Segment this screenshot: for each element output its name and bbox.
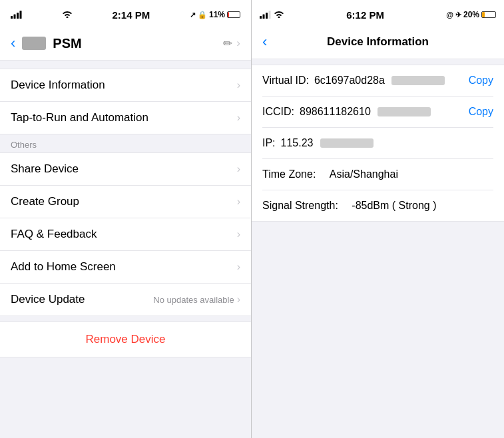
- pencil-icon[interactable]: ✏: [223, 37, 232, 51]
- others-section: Share Device › Create Group › FAQ & Feed…: [0, 152, 251, 316]
- at-icon: @: [446, 11, 453, 19]
- menu-item-share-device[interactable]: Share Device ›: [0, 153, 251, 186]
- faq-label: FAQ & Feedback: [11, 228, 97, 241]
- chevron-right-header: ›: [236, 37, 240, 51]
- virtual-id-label: Virtual ID:: [262, 75, 309, 87]
- device-info-label: Device Information: [11, 79, 105, 92]
- device-header: ‹ PSM ✏ ›: [0, 29, 251, 61]
- wifi-icon-right: [274, 10, 284, 20]
- virtual-id-value: Virtual ID: 6c1697a0d28a: [262, 75, 445, 87]
- menu-item-device-update[interactable]: Device Update No updates available ›: [0, 284, 251, 316]
- ip-value: IP: 115.23: [262, 137, 374, 149]
- panel-title: Device Information: [282, 35, 473, 49]
- svg-rect-7: [269, 11, 271, 19]
- ip-label: IP:: [262, 137, 276, 149]
- virtual-id-text: 6c1697a0d28a: [314, 75, 385, 87]
- arrow-left: ↗: [190, 11, 196, 19]
- battery-pct-right: 20%: [463, 10, 479, 19]
- signal-label: Signal Strength:: [262, 200, 338, 212]
- battery-fill-right: [482, 12, 485, 17]
- device-name-label: PSM: [53, 36, 81, 51]
- info-row-ip: IP: 115.23: [262, 128, 493, 159]
- battery-icon-left: [227, 11, 240, 18]
- menu-item-add-home[interactable]: Add to Home Screen ›: [0, 251, 251, 284]
- iccid-copy-button[interactable]: Copy: [469, 106, 493, 118]
- menu-item-device-info[interactable]: Device Information ›: [0, 69, 251, 102]
- chevron-add-home: ›: [237, 261, 240, 273]
- menu-item-faq[interactable]: FAQ & Feedback ›: [0, 218, 251, 251]
- signal-value: Signal Strength: -85dBm ( Strong ): [262, 200, 436, 212]
- chevron-tap-run: ›: [237, 112, 240, 124]
- battery-pct-left: 11%: [209, 10, 225, 19]
- signal-text: -85dBm ( Strong ): [352, 200, 436, 212]
- virtual-id-blurred: [391, 76, 445, 85]
- signal-strength-left: [11, 11, 22, 19]
- info-row-virtual-id: Virtual ID: 6c1697a0d28a Copy: [262, 65, 493, 97]
- iccid-value: ICCID: 898611182610: [262, 106, 431, 118]
- create-group-label: Create Group: [11, 195, 79, 208]
- device-icon: [22, 37, 46, 50]
- panel-header-right: ‹ Device Information: [252, 29, 504, 59]
- info-row-timezone: Time Zone: Asia/Shanghai: [262, 159, 493, 190]
- chevron-faq: ›: [237, 228, 240, 240]
- others-label: Others: [11, 140, 37, 150]
- iccid-text: 898611182610: [300, 106, 371, 118]
- battery-fill-left: [228, 12, 229, 17]
- svg-rect-3: [20, 11, 22, 19]
- share-device-label: Share Device: [11, 162, 79, 176]
- remove-device-label: Remove Device: [86, 333, 166, 345]
- info-row-signal: Signal Strength: -85dBm ( Strong ): [262, 190, 493, 221]
- chevron-share: ›: [237, 163, 240, 175]
- add-home-label: Add to Home Screen: [11, 260, 116, 274]
- right-panel: 6:12 PM @ ✈ 20% ‹ Device Information Vir…: [252, 0, 504, 438]
- device-info-content: Virtual ID: 6c1697a0d28a Copy ICCID: 898…: [252, 65, 504, 222]
- time-right: 6:12 PM: [346, 9, 384, 21]
- status-bar-left: 2:14 PM ↗ 🔒 11%: [0, 0, 251, 29]
- ip-blurred: [320, 138, 374, 148]
- tap-run-label: Tap-to-Run and Automation: [11, 111, 148, 124]
- svg-rect-6: [266, 13, 268, 19]
- info-row-iccid: ICCID: 898611182610 Copy: [262, 97, 493, 128]
- back-button-right[interactable]: ‹: [262, 33, 282, 51]
- chevron-update: ›: [237, 294, 240, 306]
- wifi-icon-left: [62, 10, 73, 20]
- device-name-row: PSM: [22, 36, 223, 51]
- edit-icons: ✏ ›: [223, 37, 240, 51]
- left-panel: 2:14 PM ↗ 🔒 11% ‹ PSM ✏ › Device Informa…: [0, 0, 252, 438]
- battery-area-left: ↗ 🔒 11%: [190, 10, 240, 19]
- menu-item-tap-run[interactable]: Tap-to-Run and Automation ›: [0, 102, 251, 134]
- airplane-icon: ✈: [455, 11, 461, 19]
- others-section-header: Others: [0, 134, 251, 152]
- chevron-device-info: ›: [237, 79, 240, 91]
- svg-rect-0: [11, 16, 13, 19]
- device-update-label: Device Update: [11, 293, 85, 306]
- battery-icon-right: [481, 11, 496, 18]
- menu-item-create-group[interactable]: Create Group ›: [0, 186, 251, 218]
- svg-rect-5: [263, 15, 265, 19]
- remove-device-button[interactable]: Remove Device: [0, 322, 251, 357]
- ip-text: 115.23: [281, 137, 314, 149]
- device-update-sub: No updates available: [153, 295, 234, 305]
- chevron-create-group: ›: [237, 196, 240, 208]
- timezone-text: Asia/Shanghai: [330, 168, 398, 180]
- status-bar-right: 6:12 PM @ ✈ 20%: [252, 0, 504, 29]
- back-button-left[interactable]: ‹: [11, 35, 15, 52]
- svg-rect-2: [17, 13, 19, 19]
- battery-area-right: @ ✈ 20%: [446, 10, 496, 19]
- iccid-label: ICCID:: [262, 106, 294, 118]
- lock-left: 🔒: [198, 11, 207, 19]
- virtual-id-copy-button[interactable]: Copy: [469, 75, 493, 87]
- time-left: 2:14 PM: [113, 9, 150, 21]
- svg-rect-1: [14, 15, 16, 19]
- signal-strength-right: [260, 11, 271, 19]
- timezone-label: Time Zone:: [262, 168, 316, 180]
- timezone-value: Time Zone: Asia/Shanghai: [262, 168, 398, 180]
- menu-section-main: Device Information › Tap-to-Run and Auto…: [0, 69, 251, 134]
- svg-rect-4: [260, 16, 262, 19]
- iccid-blurred: [378, 107, 431, 116]
